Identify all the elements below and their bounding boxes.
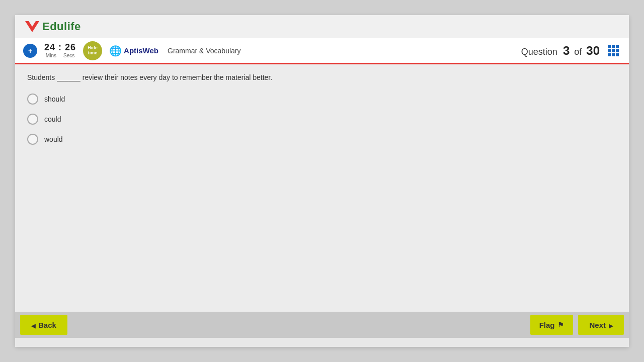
section-label: Grammar & Vocabulary bbox=[168, 47, 241, 55]
next-button[interactable]: Next bbox=[578, 315, 624, 335]
question-counter-text: Question 3 of 30 bbox=[521, 44, 600, 58]
flag-label: Flag bbox=[539, 321, 555, 329]
back-button[interactable]: Back bbox=[20, 315, 67, 335]
option-item-could[interactable]: could bbox=[27, 114, 617, 125]
back-chevron-icon bbox=[31, 321, 35, 329]
question-sentence: Students ______ review their notes every… bbox=[27, 73, 617, 81]
timer-labels: Mins Secs bbox=[46, 53, 74, 58]
hide-time-button[interactable]: Hide time bbox=[83, 41, 102, 60]
timer-display: 24 : 26 bbox=[44, 43, 76, 53]
bottom-bar bbox=[15, 338, 629, 347]
brand-triangle-icon bbox=[25, 21, 39, 32]
option-label-should: should bbox=[44, 95, 65, 103]
next-label: Next bbox=[589, 321, 606, 329]
option-item-should[interactable]: should bbox=[27, 94, 617, 105]
aptis-name: AptisWeb bbox=[124, 46, 158, 55]
options-list: should could would bbox=[27, 94, 617, 145]
question-word: Question bbox=[521, 47, 557, 57]
flag-icon: ⚑ bbox=[557, 321, 564, 329]
timer-secs: 26 bbox=[65, 42, 76, 52]
radio-could[interactable] bbox=[27, 114, 38, 125]
grid-view-button[interactable] bbox=[606, 43, 621, 58]
back-label: Back bbox=[38, 321, 56, 329]
flag-button[interactable]: Flag ⚑ bbox=[530, 315, 574, 335]
option-label-could: could bbox=[44, 115, 61, 123]
question-counter: Question 3 of 30 bbox=[521, 43, 621, 58]
question-of-word: of bbox=[574, 47, 582, 57]
brand-bar: Edulife bbox=[15, 15, 629, 38]
aptis-globe-icon: 🌐 bbox=[109, 45, 122, 57]
question-number: 3 bbox=[563, 44, 570, 57]
secs-label: Secs bbox=[63, 53, 74, 58]
next-chevron-icon bbox=[609, 321, 613, 329]
aptis-logo: 🌐 AptisWeb bbox=[109, 45, 158, 57]
info-button[interactable]: + bbox=[23, 44, 37, 58]
option-label-would: would bbox=[44, 135, 63, 143]
question-total: 30 bbox=[586, 44, 600, 57]
mins-label: Mins bbox=[46, 53, 56, 58]
radio-should[interactable] bbox=[27, 94, 38, 105]
footer: Back Flag ⚑ Next bbox=[15, 312, 629, 338]
brand-name: Edulife bbox=[42, 20, 81, 33]
option-item-would[interactable]: would bbox=[27, 134, 617, 145]
timer-block: 24 : 26 Mins Secs bbox=[44, 43, 76, 58]
brand-logo: Edulife bbox=[25, 20, 81, 33]
hide-time-label2: time bbox=[88, 51, 98, 56]
timer-separator: : bbox=[58, 42, 62, 52]
radio-would[interactable] bbox=[27, 134, 38, 145]
timer-mins: 24 bbox=[44, 42, 55, 52]
toolbar: + 24 : 26 Mins Secs Hide time 🌐 AptisWeb… bbox=[15, 38, 629, 64]
content-area: Students ______ review their notes every… bbox=[15, 64, 629, 312]
